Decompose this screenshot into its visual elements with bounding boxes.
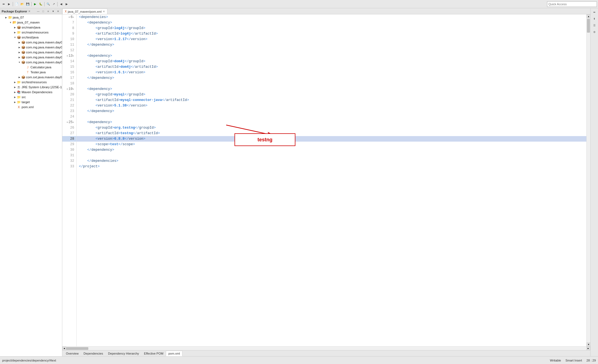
code-line-25: <dependency> — [77, 119, 586, 125]
tree-toggle-day03[interactable]: ▶ — [18, 51, 21, 54]
tab-dep-hierarchy[interactable]: Dependency Hierarchy — [105, 351, 141, 356]
toolbar-btn-2[interactable]: ▶ — [7, 2, 12, 7]
code-line-33: </project> — [77, 164, 586, 169]
line-num-31: 31 — [62, 153, 76, 158]
tab-pom-xml[interactable]: pom.xml — [166, 351, 182, 356]
tab-dependencies[interactable]: Dependencies — [81, 351, 105, 356]
tree-toggle-java07[interactable]: ▶ — [4, 16, 8, 19]
tab-effective-pom-label: Effective POM — [144, 352, 163, 355]
tree-label-day06: com.mg.java.maven.day06 — [26, 61, 62, 64]
tree-toggle-pomxml — [13, 105, 17, 109]
vertical-scrollbar[interactable]: ▲ ▼ — [586, 14, 590, 346]
tree-item-day06[interactable]: ▼ 📦 com.mg.java.maven.day06 — [0, 60, 62, 65]
tree-item-src[interactable]: ▶ 📁 src — [0, 95, 62, 100]
tree-item-java07maven[interactable]: ▼ 📂 java_07_maven — [0, 20, 62, 25]
tree-toggle-srcmainjava[interactable]: ▶ — [13, 26, 17, 29]
tab-overview[interactable]: Overview — [63, 351, 81, 356]
code-line-13: <dependency> — [77, 53, 586, 59]
h-scroll-right-btn[interactable]: ▶ — [586, 347, 590, 350]
tab-effective-pom[interactable]: Effective POM — [141, 351, 166, 356]
tree-toggle-day06[interactable]: ▼ — [18, 61, 21, 64]
h-scroll-track[interactable] — [66, 347, 586, 350]
toolbar-btn-1[interactable]: ⬅ — [1, 2, 6, 7]
maven-deps-icon: 📚 — [17, 90, 21, 94]
tree-item-target[interactable]: ▶ 📁 target — [0, 100, 62, 105]
line-num-11: 11 — [62, 42, 76, 48]
panel-close-btn[interactable]: ✕ — [56, 9, 60, 14]
tree-toggle-srctestres[interactable]: ▶ — [13, 80, 17, 84]
toolbar-btn-ref[interactable]: ↗ — [51, 2, 56, 7]
tree-toggle-java07maven[interactable]: ▼ — [9, 21, 12, 24]
tree-item-day05[interactable]: ▶ 📦 com.mg.java.maven.day05 — [0, 55, 62, 60]
tree-item-mavend[interactable]: ▶ 📚 Maven Dependencies — [0, 90, 62, 95]
tree-item-jre[interactable]: ▶ ☕ JRE System Library [J2SE-1.5] — [0, 85, 62, 90]
toolbar-btn-save[interactable]: 💾 — [25, 2, 30, 7]
line-num-19: 19▼ — [62, 86, 76, 92]
code-line-26: <groupId>org.testng</groupId> — [77, 125, 586, 131]
tree-item-srctestjava[interactable]: ▼ 📦 src/test/java — [0, 35, 62, 40]
tree-toggle-day04[interactable]: ▶ — [18, 76, 21, 79]
scrollbar-up-btn[interactable]: ▲ — [587, 14, 590, 18]
toolbar-btn-open[interactable]: 📂 — [20, 2, 25, 7]
tree-toggle-day02[interactable]: ▶ — [18, 46, 21, 49]
tree-toggle-jre[interactable]: ▶ — [13, 85, 17, 89]
right-sidebar-btn-3[interactable]: ☰ — [592, 23, 597, 28]
tree-toggle-src[interactable]: ▶ — [13, 95, 17, 99]
tree-item-calculator[interactable]: J Calculator.java — [0, 65, 62, 70]
tree-item-day04[interactable]: ▶ 📦 com.sxt.java.maven.day04 — [0, 75, 62, 80]
panel-view-menu-btn[interactable]: ≡ — [46, 9, 50, 14]
main-layout: Package Explorer ✕ — □ ≡ ▼ ✕ ▶ 📁 java_07 — [0, 8, 598, 356]
right-sidebar-btn-2[interactable]: ⬆ — [592, 16, 597, 22]
line-num-25: 25▼ — [62, 119, 76, 125]
scrollbar-track[interactable] — [587, 18, 590, 342]
tree-item-day01[interactable]: ▶ 📦 com.mg.java.maven.day01 — [0, 40, 62, 45]
tree-item-day02[interactable]: ▶ 📦 com.mg.java.maven.day02 — [0, 45, 62, 50]
tree-item-java07[interactable]: ▶ 📁 java_07 — [0, 15, 62, 20]
code-area[interactable]: <dependencies> <dependency> <groupId>log… — [77, 14, 586, 346]
quick-access-input[interactable] — [547, 1, 597, 7]
pkg-icon-day06: 📦 — [21, 60, 25, 64]
tree-toggle-srcmainres[interactable]: ▶ — [13, 31, 17, 34]
tree-toggle-srctestjava[interactable]: ▼ — [13, 36, 17, 39]
code-line-23: </dependency> — [77, 108, 586, 114]
toolbar-btn-next[interactable]: ▶ — [64, 2, 69, 7]
right-sidebar-btn-4[interactable]: ⚙ — [592, 29, 597, 35]
h-scroll-thumb[interactable] — [66, 347, 88, 350]
scrollbar-down-btn[interactable]: ▼ — [587, 342, 590, 346]
code-line-10: <version>1.2.17</version> — [77, 37, 586, 42]
toolbar-btn-new[interactable]: 📄 — [14, 2, 19, 7]
tree-item-srcmainjava[interactable]: ▶ 📦 src/main/java — [0, 25, 62, 30]
panel-expand-btn[interactable]: □ — [41, 9, 45, 14]
panel-collapse-btn[interactable]: ▼ — [51, 9, 55, 14]
toolbar-btn-prev[interactable]: ◀ — [59, 2, 64, 7]
src-icon: 📦 — [17, 25, 21, 30]
tree-item-srcmainres[interactable]: ▶ 📁 src/main/resources — [0, 30, 62, 35]
code-line-8: <groupId>log4j</groupId> — [77, 25, 586, 31]
line-num-29: 29 — [62, 142, 76, 147]
editor-tab-pomxml[interactable]: X java_07_maven/pom.xml ✕ — [62, 9, 107, 14]
tree-label-srctestjava: src/test/java — [22, 36, 38, 39]
right-sidebar-btn-1[interactable]: ⬅ — [592, 9, 597, 15]
tab-close-btn[interactable]: ✕ — [103, 10, 105, 13]
java-icon-calculator: J — [25, 65, 30, 69]
pkg-icon-day04: 📦 — [21, 75, 25, 79]
horizontal-scrollbar[interactable]: ◀ ▶ — [62, 346, 590, 350]
target-folder-icon: 📁 — [17, 100, 21, 104]
scrollbar-thumb[interactable] — [587, 19, 590, 33]
tree-toggle-day05[interactable]: ▶ — [18, 56, 21, 59]
toolbar-btn-search[interactable]: 🔍 — [46, 2, 51, 7]
tree-toggle-target[interactable]: ▶ — [13, 100, 17, 104]
tree-item-srctestres[interactable]: ▶ 📁 src/test/resources — [0, 80, 62, 85]
line-num-14: 14 — [62, 59, 76, 64]
line-num-8: 8 — [62, 25, 76, 31]
toolbar-btn-run[interactable]: ▶ — [33, 2, 38, 7]
xml-icon: X — [17, 105, 21, 109]
h-scroll-left-btn[interactable]: ◀ — [62, 347, 66, 350]
tree-toggle-mavend[interactable]: ▶ — [13, 90, 17, 94]
toolbar-btn-debug[interactable]: 🐛 — [38, 2, 43, 7]
tree-toggle-day01[interactable]: ▶ — [18, 41, 21, 44]
tree-item-tester[interactable]: T Tester.java — [0, 70, 62, 75]
tree-item-pomxml[interactable]: X pom.xml — [0, 105, 62, 110]
panel-minimize-btn[interactable]: — — [36, 9, 40, 14]
tree-item-day03[interactable]: ▶ 📦 com.mg.java.maven.day03 — [0, 50, 62, 55]
